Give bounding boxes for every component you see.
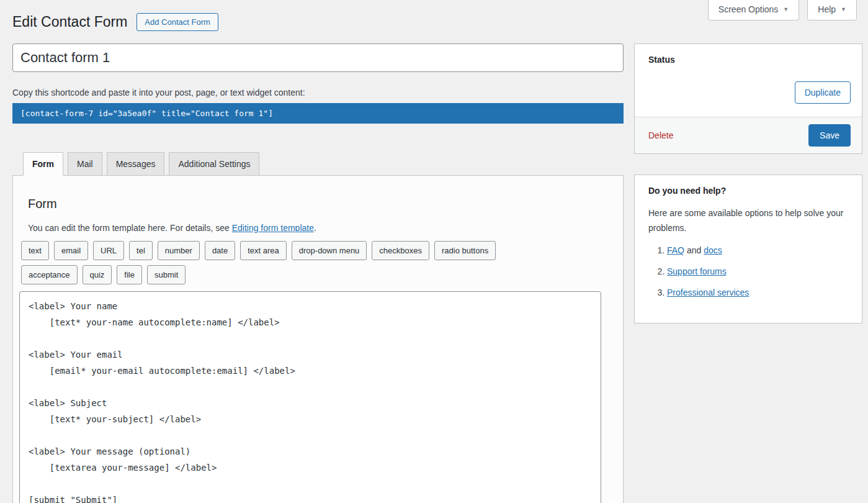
tab-additional-settings[interactable]: Additional Settings: [169, 152, 259, 176]
main-content: Copy this shortcode and paste it into yo…: [0, 32, 868, 503]
screen-options-button[interactable]: Screen Options ▼: [708, 0, 799, 20]
save-button[interactable]: Save: [808, 124, 851, 147]
help-label: Help: [818, 4, 836, 14]
tag-button-drop-down-menu[interactable]: drop-down menu: [292, 241, 367, 260]
tag-button-email[interactable]: email: [54, 241, 88, 260]
help-list-item: Support forums: [667, 265, 848, 278]
add-contact-form-button[interactable]: Add Contact Form: [136, 13, 218, 31]
tag-button-quiz[interactable]: quiz: [83, 265, 112, 284]
docs-link[interactable]: docs: [704, 245, 722, 255]
description-text-before: You can edit the form template here. For…: [28, 223, 232, 233]
form-panel-heading: Form: [28, 197, 617, 211]
form-panel-description: You can edit the form template here. For…: [28, 223, 617, 233]
faq-link[interactable]: FAQ: [667, 245, 684, 255]
status-heading: Status: [648, 55, 851, 65]
tag-button-file[interactable]: file: [117, 265, 142, 284]
shortcode-input[interactable]: [12, 103, 624, 124]
tag-generator-row-2: acceptance quiz file submit: [21, 265, 617, 284]
status-box-footer: Delete Save: [635, 117, 862, 153]
delete-link[interactable]: Delete: [648, 130, 673, 140]
tag-button-submit[interactable]: submit: [147, 265, 186, 284]
tag-button-text-area[interactable]: text area: [240, 241, 287, 260]
duplicate-row: Duplicate: [648, 81, 851, 104]
tag-button-acceptance[interactable]: acceptance: [21, 265, 78, 284]
tag-button-url[interactable]: URL: [93, 241, 124, 260]
tag-button-radio-buttons[interactable]: radio buttons: [434, 241, 496, 260]
help-box: Do you need help? Here are some availabl…: [634, 174, 862, 324]
tab-mail[interactable]: Mail: [68, 152, 102, 176]
chevron-down-icon: ▼: [841, 7, 846, 12]
tag-generator-row-1: text email URL tel number date text area…: [21, 241, 617, 260]
help-button[interactable]: Help ▼: [807, 0, 857, 20]
sidebar-column: Status Duplicate Delete Save Do you need…: [634, 43, 862, 324]
editing-form-template-link[interactable]: Editing form template: [232, 223, 314, 233]
help-list-item: Professional services: [667, 286, 848, 299]
help-intro: Here are some available options to help …: [648, 206, 848, 236]
tag-button-date[interactable]: date: [205, 241, 235, 260]
tag-button-text[interactable]: text: [21, 241, 49, 260]
tag-button-tel[interactable]: tel: [129, 241, 153, 260]
form-panel: Form You can edit the form template here…: [12, 175, 624, 503]
duplicate-button[interactable]: Duplicate: [795, 81, 851, 104]
shortcode-description: Copy this shortcode and paste it into yo…: [12, 88, 624, 97]
tab-messages[interactable]: Messages: [107, 152, 165, 176]
help-list-item: FAQ and docs: [667, 244, 848, 257]
help-list: FAQ and docs Support forums Professional…: [648, 244, 848, 299]
editor-tabs: Form Mail Messages Additional Settings: [23, 152, 624, 175]
help-heading: Do you need help?: [648, 186, 848, 196]
editor-column: Copy this shortcode and paste it into yo…: [12, 43, 624, 503]
screen-meta-links: Screen Options ▼ Help ▼: [708, 0, 857, 20]
help-item-middle-text: and: [684, 245, 704, 255]
description-text-after: .: [314, 223, 316, 233]
status-box-body: Status Duplicate: [635, 44, 862, 117]
status-box: Status Duplicate Delete Save: [634, 43, 862, 154]
form-title-input[interactable]: [12, 43, 624, 72]
tag-button-number[interactable]: number: [158, 241, 200, 260]
tag-button-checkboxes[interactable]: checkboxes: [372, 241, 429, 260]
tab-form[interactable]: Form: [23, 152, 63, 176]
page-title: Edit Contact Form: [12, 13, 127, 32]
professional-services-link[interactable]: Professional services: [667, 288, 749, 297]
shortcode-bar: [12, 103, 624, 124]
screen-options-label: Screen Options: [718, 4, 779, 14]
form-template-textarea[interactable]: <label> Your name [text* your-name autoc…: [19, 291, 601, 503]
chevron-down-icon: ▼: [783, 7, 789, 12]
support-forums-link[interactable]: Support forums: [667, 266, 727, 276]
